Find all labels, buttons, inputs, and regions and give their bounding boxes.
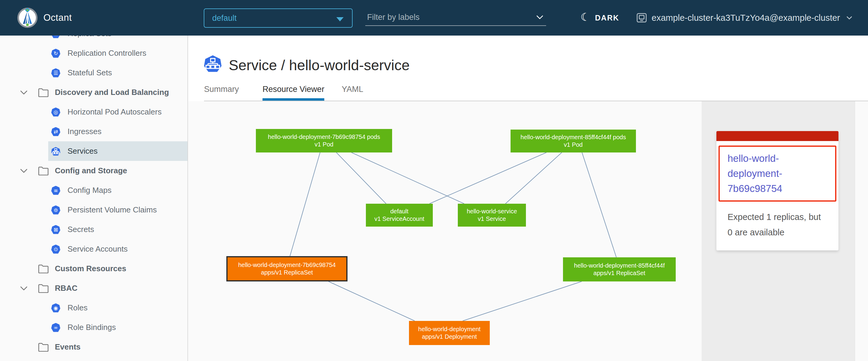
node-sublabel: v1 Service bbox=[478, 215, 506, 223]
theme-toggle[interactable]: ☾ DARK bbox=[581, 0, 619, 36]
replicaset-status-card: hello-world-deployment-7b69c98754 Expect… bbox=[716, 131, 838, 251]
graph-node-service-hello-world[interactable]: hello-world-service v1 Service bbox=[458, 204, 526, 227]
node-sublabel: apps/v1 Deployment bbox=[422, 333, 477, 340]
sidebar-item-label: Config Maps bbox=[67, 186, 112, 195]
sidebar-item-discovery-and-load-balancing[interactable]: Discovery and Load Balancing bbox=[0, 83, 187, 102]
sidebar-item-label: Stateful Sets bbox=[67, 68, 112, 77]
role-icon: ◉ bbox=[51, 303, 60, 313]
node-label: hello-world-deployment bbox=[418, 325, 481, 333]
alert-status-bar bbox=[716, 131, 838, 141]
tab-summary[interactable]: Summary bbox=[204, 85, 239, 98]
graph-node-pod-85ff4cf44f[interactable]: hello-world-deployment-85ff4cf44f pods v… bbox=[510, 130, 636, 153]
sidebar-item-persistent-volume-claims[interactable]: ⊜Persistent Volume Claims bbox=[0, 200, 187, 220]
sidebar-item-role-bindings[interactable]: ∞Role Bindings bbox=[0, 318, 187, 337]
sidebar-item-replica-sets[interactable]: ⊞Replica Sets bbox=[0, 36, 187, 43]
brand-title: Octant bbox=[43, 0, 72, 36]
page-title-text: Service / hello-world-service bbox=[229, 57, 410, 73]
namespace-dropdown[interactable]: default bbox=[204, 8, 352, 28]
sidebar-item-label: Persistent Volume Claims bbox=[67, 205, 157, 215]
pvc-icon: ⊜ bbox=[51, 205, 60, 215]
node-label: hello-world-deployment-85ff4cf44f pods bbox=[521, 133, 626, 141]
sidebar-item-label: Discovery and Load Balancing bbox=[55, 88, 169, 97]
role-binding-icon: ∞ bbox=[51, 323, 60, 332]
sidebar-item-label: Config and Storage bbox=[55, 166, 127, 175]
sidebar-item-replication-controllers[interactable]: ↻Replication Controllers bbox=[0, 43, 187, 63]
namespace-dropdown-value: default bbox=[212, 13, 237, 23]
sidebar-item-config-maps[interactable]: ≡Config Maps bbox=[0, 180, 187, 200]
cluster-selector[interactable]: example-cluster-ka3TuTzYo4a@example-clus… bbox=[637, 0, 852, 36]
label-filter-input[interactable]: Filter by labels bbox=[365, 9, 546, 26]
configmap-icon: ≡ bbox=[51, 186, 60, 195]
tab-bar: Summary Resource Viewer YAML bbox=[204, 85, 363, 101]
chevron-down-icon bbox=[336, 17, 344, 22]
chevron-down-icon[interactable] bbox=[20, 90, 28, 95]
sidebar-item-label: Secrets bbox=[67, 225, 94, 234]
secret-icon: ⊠ bbox=[51, 225, 60, 234]
sidebar-item-ingresses[interactable]: ⇄Ingresses bbox=[0, 122, 187, 141]
detail-panel: hello-world-deployment-7b69c98754 Expect… bbox=[702, 101, 855, 361]
sidebar-item-label: Horizontal Pod Autoscalers bbox=[67, 107, 161, 117]
sidebar-item-services[interactable]: Services bbox=[48, 141, 187, 161]
sidebar-item-label: Replica Sets bbox=[67, 36, 112, 38]
tab-divider bbox=[204, 101, 868, 101]
node-label: default bbox=[390, 208, 408, 215]
sidebar-item-custom-resources[interactable]: Custom Resources bbox=[0, 259, 187, 278]
chevron-down-icon[interactable] bbox=[20, 286, 28, 291]
folder-icon bbox=[38, 88, 49, 97]
sidebar-item-secrets[interactable]: ⊠Secrets bbox=[0, 220, 187, 239]
scroll-gutter bbox=[855, 101, 868, 361]
sidebar-item-label: Replication Controllers bbox=[67, 48, 147, 58]
graph-node-replicaset-7b69c98754[interactable]: hello-world-deployment-7b69c98754 apps/v… bbox=[226, 256, 347, 282]
sidebar-nav: ⊞Replica Sets↻Replication Controllers☰St… bbox=[0, 36, 188, 361]
replicaset-link[interactable]: hello-world-deployment-7b69c98754 bbox=[727, 151, 827, 196]
folder-icon bbox=[38, 264, 49, 273]
resource-graph-canvas[interactable]: hello-world-deployment-7b69c98754 pods v… bbox=[188, 101, 702, 361]
graph-node-serviceaccount-default[interactable]: default v1 ServiceAccount bbox=[366, 204, 433, 227]
sidebar-item-label: Service Accounts bbox=[67, 244, 127, 254]
app-header: Octant default Filter by labels ☾ DARK e… bbox=[0, 0, 868, 36]
graph-node-deployment-hello-world[interactable]: hello-world-deployment apps/v1 Deploymen… bbox=[409, 321, 490, 345]
tab-resource-viewer[interactable]: Resource Viewer bbox=[262, 85, 324, 101]
node-sublabel: v1 Pod bbox=[564, 141, 583, 149]
sidebar-item-horizontal-pod-autoscalers[interactable]: ◎Horizontal Pod Autoscalers bbox=[0, 102, 187, 122]
cluster-icon bbox=[637, 13, 647, 23]
tab-yaml[interactable]: YAML bbox=[342, 85, 364, 98]
hpa-icon: ◎ bbox=[51, 107, 60, 117]
sidebar-item-label: Events bbox=[55, 342, 81, 352]
node-label: hello-world-deployment-7b69c98754 pods bbox=[268, 133, 380, 141]
cluster-name: example-cluster-ka3TuTzYo4a@example-clus… bbox=[652, 13, 840, 23]
chevron-down-icon bbox=[536, 14, 546, 20]
sidebar-item-label: Role Bindings bbox=[67, 323, 116, 332]
graph-node-pod-7b69c98754[interactable]: hello-world-deployment-7b69c98754 pods v… bbox=[256, 129, 392, 153]
node-sublabel: apps/v1 ReplicaSet bbox=[593, 269, 645, 277]
sidebar-item-roles[interactable]: ◉Roles bbox=[0, 298, 187, 318]
node-sublabel: v1 Pod bbox=[315, 141, 333, 148]
sidebar-item-label: Ingresses bbox=[67, 127, 101, 136]
theme-toggle-label: DARK bbox=[595, 13, 619, 22]
sidebar-item-label: Roles bbox=[67, 303, 87, 313]
sidebar-item-config-and-storage[interactable]: Config and Storage bbox=[0, 161, 187, 180]
folder-icon bbox=[38, 166, 49, 175]
label-filter-placeholder: Filter by labels bbox=[365, 13, 420, 22]
sidebar-item-label: RBAC bbox=[55, 284, 78, 293]
service-icon bbox=[204, 55, 221, 76]
node-sublabel: apps/v1 ReplicaSet bbox=[261, 269, 313, 276]
page-title: Service / hello-world-service bbox=[204, 55, 410, 76]
sidebar-item-events[interactable]: Events bbox=[0, 337, 187, 357]
graph-node-replicaset-85ff4cf44f[interactable]: hello-world-deployment-85ff4cf44f apps/v… bbox=[563, 257, 676, 282]
alert-message: Expected 1 replicas, but 0 are available bbox=[727, 209, 827, 240]
chevron-down-icon bbox=[846, 16, 852, 20]
chevron-down-icon[interactable] bbox=[20, 168, 28, 173]
alert-border-box: hello-world-deployment-7b69c98754 bbox=[718, 145, 836, 202]
node-label: hello-world-deployment-7b69c98754 bbox=[238, 261, 336, 269]
node-label: hello-world-service bbox=[467, 208, 517, 215]
sidebar-item-stateful-sets[interactable]: ☰Stateful Sets bbox=[0, 63, 187, 83]
octant-logo-icon bbox=[17, 7, 38, 28]
sidebar-item-service-accounts[interactable]: ⊙Service Accounts bbox=[0, 239, 187, 259]
sidebar-item-rbac[interactable]: RBAC bbox=[0, 278, 187, 298]
service-account-icon: ⊙ bbox=[51, 245, 60, 254]
folder-icon bbox=[38, 284, 49, 293]
node-label: hello-world-deployment-85ff4cf44f bbox=[574, 262, 665, 269]
sidebar-item-label: Services bbox=[67, 146, 98, 156]
node-sublabel: v1 ServiceAccount bbox=[374, 215, 424, 223]
